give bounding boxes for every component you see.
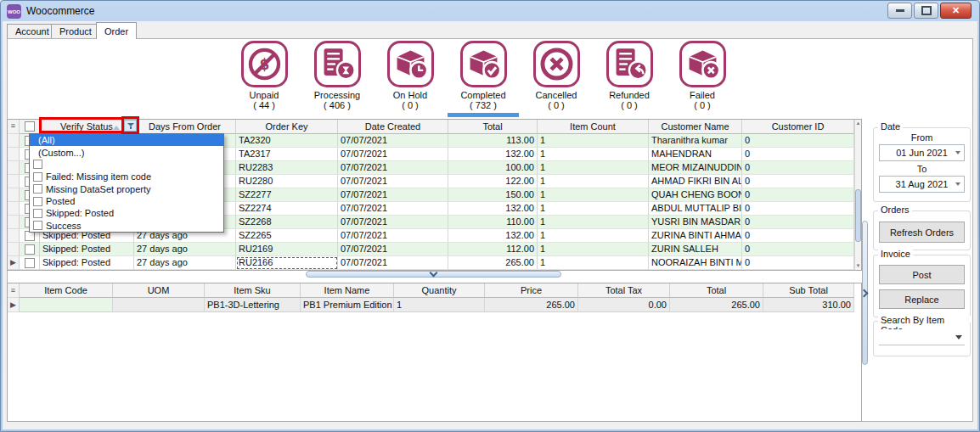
cell-date-created[interactable]: 07/07/2021	[338, 202, 448, 216]
status-unpaid[interactable]: $Unpaid( 44 )	[228, 41, 301, 117]
filter-option-custom[interactable]: (Custom...)	[30, 146, 223, 158]
horizontal-splitter[interactable]	[306, 271, 561, 278]
cell-date-created[interactable]: 07/07/2021	[338, 134, 448, 148]
cell-customer-id[interactable]: 0	[742, 243, 854, 256]
column-header-date-created[interactable]: Date Created	[338, 120, 448, 134]
cell-item-count[interactable]: 1	[538, 229, 649, 243]
cell-order-key[interactable]: RU2280	[236, 175, 338, 188]
cell-customer-id[interactable]: 0	[742, 161, 854, 175]
cell-total[interactable]: 100.00	[448, 161, 538, 175]
verify-status-filter-dropdown[interactable]: (All)(Custom...)Failed: Missing item cod…	[29, 133, 224, 233]
column-header-uom[interactable]: UOM	[113, 283, 205, 298]
maximize-button[interactable]	[914, 3, 938, 19]
cell-order-key[interactable]: TA2317	[236, 148, 338, 161]
cell-order-key[interactable]: TA2320	[236, 134, 338, 148]
order-items-grid[interactable]: ≡Item CodeUOMItem SkuItem NameQuantityPr…	[7, 283, 862, 422]
cell-date-created[interactable]: 07/07/2021	[338, 229, 448, 243]
cell-customer-id[interactable]: 0	[742, 229, 854, 243]
filter-option-checkbox[interactable]	[33, 197, 42, 206]
cell-item-code[interactable]	[20, 298, 113, 312]
cell-item-count[interactable]: 1	[538, 175, 649, 188]
cell-customer-name[interactable]: QUAH CHENG BOON	[649, 188, 742, 202]
column-header-total[interactable]: Total	[448, 120, 538, 134]
cell-total[interactable]: 122.00	[448, 175, 538, 188]
cell-order-key[interactable]: RU2166	[236, 256, 338, 270]
cell-date-created[interactable]: 07/07/2021	[338, 256, 448, 270]
cell-sub-total[interactable]: 310.00	[763, 298, 854, 312]
status-completed[interactable]: Completed( 732 )	[447, 41, 520, 117]
cell-customer-id[interactable]: 0	[742, 216, 854, 229]
cell-order-key[interactable]: SZ2274	[236, 202, 338, 216]
column-header-item-name[interactable]: Item Name	[301, 283, 394, 298]
filter-option-missing-dataset-property[interactable]: Missing DataSet property	[30, 183, 223, 195]
cell-customer-name[interactable]: Tharanithra kumar	[649, 134, 742, 148]
cell-total[interactable]: 132.00	[448, 202, 538, 216]
cell-quantity[interactable]: 1	[394, 298, 485, 312]
minimize-button[interactable]	[887, 3, 912, 19]
row-select-cell[interactable]	[20, 256, 40, 270]
cell-order-key[interactable]: SZ2277	[236, 188, 338, 202]
cell-item-count[interactable]: 1	[538, 243, 649, 256]
scroll-up-icon[interactable]: ▲	[855, 120, 861, 127]
column-header-item-code[interactable]: Item Code	[20, 283, 113, 298]
column-header-sub-total[interactable]: Sub Total	[763, 283, 854, 298]
status-cancelled[interactable]: Cancelled( 0 )	[520, 41, 593, 117]
cell-verify-status[interactable]: Skipped: Posted	[40, 243, 134, 256]
cell-item-count[interactable]: 1	[538, 202, 649, 216]
tab-product[interactable]: Product	[51, 24, 100, 38]
scroll-down-icon[interactable]: ▼	[855, 262, 861, 270]
column-header-item-count[interactable]: Item Count	[538, 120, 649, 134]
cell-order-key[interactable]: SZ2265	[236, 229, 338, 243]
column-header-price[interactable]: Price	[485, 283, 578, 298]
cell-item-count[interactable]: 1	[538, 256, 649, 270]
status-processing[interactable]: Processing( 406 )	[301, 41, 374, 117]
vertical-splitter[interactable]	[862, 221, 868, 365]
filter-option-posted[interactable]: Posted	[30, 195, 223, 207]
filter-option-item[interactable]	[30, 159, 223, 171]
titlebar[interactable]: WOO Woocommerce ✕	[0, 0, 980, 22]
cell-customer-id[interactable]: 0	[742, 256, 854, 270]
column-header-days-from-order[interactable]: Days From Order	[134, 120, 236, 134]
orders-grid-vertical-scrollbar[interactable]: ▲ ▼	[854, 120, 861, 270]
replace-button[interactable]: Replace	[879, 289, 965, 309]
column-header-quantity[interactable]: Quantity	[394, 283, 485, 298]
cell-date-created[interactable]: 07/07/2021	[338, 148, 448, 161]
cell-date-created[interactable]: 07/07/2021	[338, 161, 448, 175]
column-header-customer-name[interactable]: Customer Name	[649, 120, 742, 134]
status-refunded[interactable]: Refunded( 0 )	[593, 41, 666, 117]
cell-customer-name[interactable]: NOORAIZAH BINTI MOHD...	[649, 256, 742, 270]
cell-customer-name[interactable]: ZURINA BINTI AHMAD	[649, 229, 742, 243]
filter-option-checkbox[interactable]	[33, 184, 42, 194]
filter-option-checkbox[interactable]	[33, 209, 42, 218]
cell-item-count[interactable]: 1	[538, 134, 649, 148]
column-header-total[interactable]: Total	[670, 283, 763, 298]
scrollbar-thumb[interactable]	[855, 189, 861, 242]
cell-total[interactable]: 150.00	[448, 188, 538, 202]
filter-option-success[interactable]: Success	[30, 220, 223, 232]
cell-customer-name[interactable]: YUSRI BIN MASDAR	[649, 216, 742, 229]
filter-option-skipped-posted[interactable]: Skipped: Posted	[30, 207, 223, 219]
cell-customer-name[interactable]: MAHENDRAN	[649, 148, 742, 161]
cell-total-tax[interactable]: 0.00	[578, 298, 670, 312]
cell-days-from-order[interactable]: 27 days ago	[134, 256, 236, 270]
status-failed[interactable]: Failed( 0 )	[666, 41, 739, 117]
cell-verify-status[interactable]: Skipped: Posted	[40, 256, 134, 270]
cell-customer-name[interactable]: ZURIN SALLEH	[649, 243, 742, 256]
item-row[interactable]: ▶PB1-3D-LetteringPB1 Premium Edition B..…	[8, 298, 861, 312]
cell-customer-id[interactable]: 0	[742, 188, 854, 202]
column-header-customer-id[interactable]: Customer ID	[742, 120, 854, 134]
cell-total[interactable]: 112.00	[448, 243, 538, 256]
cell-item-count[interactable]: 1	[538, 188, 649, 202]
cell-item-name[interactable]: PB1 Premium Edition B...	[301, 298, 394, 312]
cell-order-key[interactable]: RU2169	[236, 243, 338, 256]
select-all-checkbox[interactable]	[25, 121, 35, 132]
search-by-item-code-dropdown[interactable]	[879, 329, 965, 345]
select-all-cell[interactable]	[20, 120, 40, 134]
filter-option-checkbox[interactable]	[33, 221, 42, 230]
cell-total[interactable]: 110.00	[448, 216, 538, 229]
date-from-dropdown[interactable]: 01 Jun 2021	[879, 144, 965, 161]
cell-total[interactable]: 265.00	[670, 298, 763, 312]
cell-date-created[interactable]: 07/07/2021	[338, 216, 448, 229]
tab-account[interactable]: Account	[7, 24, 58, 38]
cell-total[interactable]: 265.00	[448, 256, 538, 270]
